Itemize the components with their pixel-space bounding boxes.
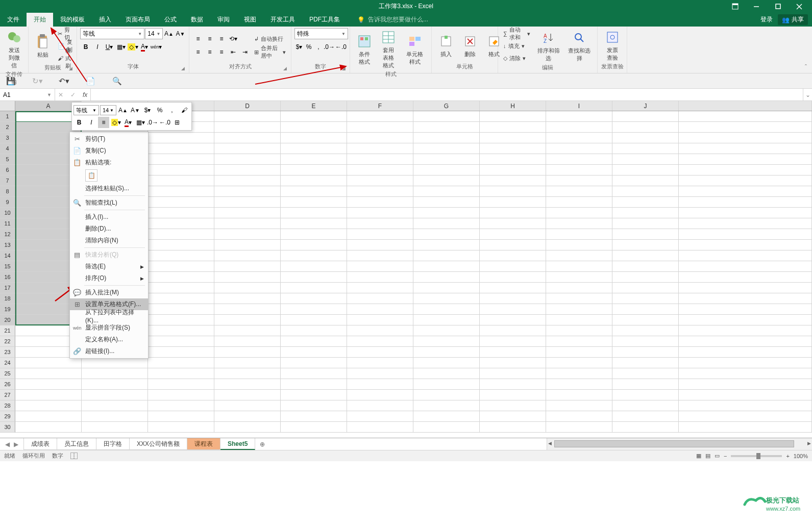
align-right-icon[interactable]: ≡ bbox=[216, 46, 227, 58]
cell-J23[interactable] bbox=[612, 347, 679, 358]
cell-J7[interactable] bbox=[612, 175, 679, 186]
ctx-sort[interactable]: 排序(O)▶ bbox=[70, 272, 148, 284]
cell-H11[interactable] bbox=[480, 218, 546, 229]
cell-I22[interactable] bbox=[546, 336, 612, 347]
cell-E3[interactable] bbox=[281, 133, 347, 143]
cell-J14[interactable] bbox=[612, 250, 679, 261]
menu-dev[interactable]: 开发工具 bbox=[263, 13, 302, 27]
cell-J19[interactable] bbox=[612, 304, 679, 315]
percent-icon[interactable]: % bbox=[304, 41, 313, 53]
cell-G12[interactable] bbox=[413, 229, 480, 240]
ctx-insert[interactable]: 插入(I)... bbox=[70, 211, 148, 223]
cell-G1[interactable] bbox=[413, 111, 480, 122]
cell-C20[interactable] bbox=[148, 315, 214, 325]
cell-E28[interactable] bbox=[281, 400, 347, 411]
cell-C21[interactable] bbox=[148, 325, 214, 336]
cell-G30[interactable] bbox=[413, 422, 480, 433]
cell-F10[interactable] bbox=[347, 208, 413, 218]
row-header-11[interactable]: 11 bbox=[0, 218, 15, 229]
cell-G15[interactable] bbox=[413, 261, 480, 272]
cell-H30[interactable] bbox=[480, 422, 546, 433]
row-header-17[interactable]: 17 bbox=[0, 283, 15, 293]
zoom-level[interactable]: 100% bbox=[794, 453, 808, 459]
col-header-H[interactable]: H bbox=[480, 101, 546, 111]
mini-font-color-icon[interactable]: A▾ bbox=[122, 117, 134, 128]
row-header-21[interactable]: 21 bbox=[0, 325, 15, 336]
cell-F14[interactable] bbox=[347, 250, 413, 261]
col-header-J[interactable]: J bbox=[612, 101, 679, 111]
row-header-25[interactable]: 25 bbox=[0, 368, 15, 379]
cell-F8[interactable] bbox=[347, 186, 413, 197]
zoom-slider[interactable] bbox=[731, 455, 782, 457]
cell-H9[interactable] bbox=[480, 197, 546, 208]
cell-I3[interactable] bbox=[546, 133, 612, 143]
cell-B26[interactable] bbox=[82, 379, 148, 390]
mini-increase-font-icon[interactable]: A▲ bbox=[117, 105, 129, 116]
cell-G25[interactable] bbox=[413, 368, 480, 379]
cell-H27[interactable] bbox=[480, 390, 546, 400]
ctx-paste-default[interactable]: 📋 bbox=[85, 169, 97, 182]
row-header-24[interactable]: 24 bbox=[0, 358, 15, 368]
menu-file[interactable]: 文件 bbox=[0, 13, 27, 27]
row-header-7[interactable]: 7 bbox=[0, 175, 15, 186]
row-header-8[interactable]: 8 bbox=[0, 186, 15, 197]
redo-icon[interactable]: ↻▾ bbox=[32, 76, 43, 87]
cell-D6[interactable] bbox=[214, 165, 281, 175]
cell-C3[interactable] bbox=[148, 133, 214, 143]
cell-B30[interactable] bbox=[82, 422, 148, 433]
cell-E13[interactable] bbox=[281, 240, 347, 250]
row-header-14[interactable]: 14 bbox=[0, 250, 15, 261]
row-header-2[interactable]: 2 bbox=[0, 122, 15, 133]
increase-indent-icon[interactable]: ⇥ bbox=[239, 46, 251, 58]
maximize-icon[interactable] bbox=[768, 0, 788, 13]
cell-J12[interactable] bbox=[612, 229, 679, 240]
cell-C6[interactable] bbox=[148, 165, 214, 175]
cell-F22[interactable] bbox=[347, 336, 413, 347]
format-painter-button[interactable]: 🖌格式刷 bbox=[56, 53, 75, 64]
cell-J18[interactable] bbox=[612, 293, 679, 304]
cell-C25[interactable] bbox=[148, 368, 214, 379]
cell-J24[interactable] bbox=[612, 358, 679, 368]
cell-E29[interactable] bbox=[281, 411, 347, 422]
row-header-22[interactable]: 22 bbox=[0, 336, 15, 347]
cell-G17[interactable] bbox=[413, 283, 480, 293]
ctx-hyperlink[interactable]: 🔗超链接(I)... bbox=[70, 345, 148, 357]
cell-C14[interactable] bbox=[148, 250, 214, 261]
cell-D22[interactable] bbox=[214, 336, 281, 347]
cell-D14[interactable] bbox=[214, 250, 281, 261]
wrap-text-button[interactable]: ↲自动换行 bbox=[252, 33, 288, 44]
cell-E20[interactable] bbox=[281, 315, 347, 325]
cell-D24[interactable] bbox=[214, 358, 281, 368]
cell-I28[interactable] bbox=[546, 400, 612, 411]
cell-I8[interactable] bbox=[546, 186, 612, 197]
align-center-icon[interactable]: ≡ bbox=[204, 46, 215, 58]
ctx-cut[interactable]: ✂剪切(T) bbox=[70, 133, 148, 145]
cell-D19[interactable] bbox=[214, 304, 281, 315]
cell-B25[interactable] bbox=[82, 368, 148, 379]
row-header-18[interactable]: 18 bbox=[0, 293, 15, 304]
cell-I2[interactable] bbox=[546, 122, 612, 133]
cell-A26[interactable] bbox=[15, 379, 82, 390]
cell-J13[interactable] bbox=[612, 240, 679, 250]
menu-insert[interactable]: 插入 bbox=[92, 13, 118, 27]
cell-D29[interactable] bbox=[214, 411, 281, 422]
cell-I18[interactable] bbox=[546, 293, 612, 304]
conditional-format-button[interactable]: 条件格式 bbox=[353, 32, 376, 67]
italic-icon[interactable]: I bbox=[92, 41, 103, 53]
cell-G9[interactable] bbox=[413, 197, 480, 208]
cell-C9[interactable] bbox=[148, 197, 214, 208]
cell-G22[interactable] bbox=[413, 336, 480, 347]
cell-I23[interactable] bbox=[546, 347, 612, 358]
row-header-27[interactable]: 27 bbox=[0, 390, 15, 400]
cell-H6[interactable] bbox=[480, 165, 546, 175]
cell-F23[interactable] bbox=[347, 347, 413, 358]
cell-I15[interactable] bbox=[546, 261, 612, 272]
cell-G26[interactable] bbox=[413, 379, 480, 390]
cell-G8[interactable] bbox=[413, 186, 480, 197]
cell-F9[interactable] bbox=[347, 197, 413, 208]
cell-G5[interactable] bbox=[413, 154, 480, 165]
cell-C13[interactable] bbox=[148, 240, 214, 250]
border-icon[interactable]: ▦▾ bbox=[115, 41, 127, 53]
view-normal-icon[interactable]: ▦ bbox=[696, 452, 701, 459]
cell-I19[interactable] bbox=[546, 304, 612, 315]
